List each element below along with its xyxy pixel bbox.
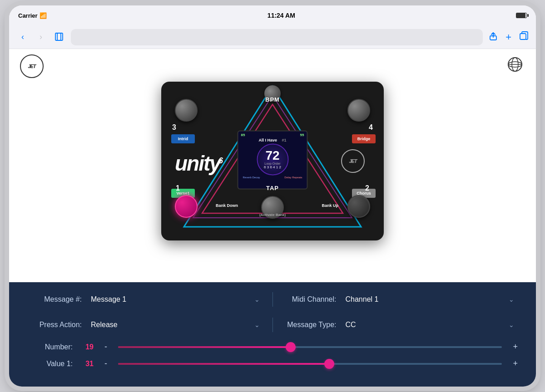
value1-value: 31 — [80, 360, 94, 368]
message-type-label: Message Type: — [282, 321, 337, 329]
new-tab-button[interactable]: + — [505, 31, 511, 43]
activate-bank-label: (Activate Bank) — [259, 213, 286, 217]
footswitch-4[interactable] — [347, 99, 370, 122]
browser-actions: + — [488, 31, 529, 43]
value1-slider-fill — [118, 363, 329, 365]
midi-channel-label: Midi Channel: — [282, 295, 337, 304]
preset-bridge[interactable]: Bridge — [352, 134, 376, 143]
message-type-group: Message Type: CC ⌄ — [282, 317, 518, 333]
pedal-area: JET — [9, 49, 536, 282]
footswitch-1[interactable] — [175, 195, 198, 218]
message-num-chevron: ⌄ — [254, 296, 260, 303]
back-button[interactable]: ‹ — [16, 31, 29, 44]
number-label: Number: — [27, 343, 73, 351]
message-type-value: CC — [346, 321, 356, 329]
message-num-label: Message #: — [27, 295, 82, 304]
message-type-select[interactable]: CC ⌄ — [342, 317, 518, 333]
preset-intrid[interactable]: Intrid — [171, 134, 195, 143]
lcd-song-name: All I Have #1 — [240, 138, 305, 142]
lcd-level-left: 85 — [241, 133, 245, 137]
status-bar: Carrier 📶 11:24 AM — [9, 5, 536, 25]
svg-rect-3 — [520, 34, 526, 39]
press-action-chevron: ⌄ — [254, 321, 260, 328]
pedal-device: BPM 3 4 Intrid Bridge unity6 85 55 — [161, 82, 384, 240]
svg-rect-0 — [55, 33, 61, 40]
wifi-icon: 📶 — [40, 12, 47, 19]
midi-channel-chevron: ⌄ — [509, 296, 514, 303]
battery-icon — [516, 13, 527, 18]
message-type-chevron: ⌄ — [509, 321, 514, 328]
bank-up-label: Bank Up — [322, 203, 338, 208]
value1-slider-thumb[interactable] — [324, 359, 334, 369]
control-row-1: Message #: Message 1 ⌄ Midi Channel: Cha… — [27, 291, 518, 308]
number-slider-track[interactable] — [118, 346, 502, 348]
lcd-header: 85 55 — [240, 133, 305, 137]
jet-logo: JET — [20, 54, 44, 78]
unity-text: unity6 — [175, 151, 222, 176]
number-plus[interactable]: + — [513, 342, 518, 352]
lcd-loop-seq: 6 3 6 4 1 2 — [264, 165, 281, 169]
bookmarks-button[interactable] — [53, 31, 65, 44]
message-num-group: Message #: Message 1 ⌄ — [27, 291, 263, 308]
ipad-frame: Carrier 📶 11:24 AM ‹ › — [9, 5, 536, 387]
press-action-group: Press Action: Release ⌄ — [27, 317, 263, 333]
lcd-bpm-number: 72 — [265, 149, 279, 162]
status-right — [516, 13, 527, 18]
browser-bar: ‹ › + — [9, 25, 536, 49]
forward-button[interactable]: › — [35, 31, 47, 44]
svg-rect-1 — [57, 33, 63, 40]
lcd-display: 85 55 All I Have #1 72 Loop Order 6 3 6 … — [238, 130, 308, 189]
label-3: 3 — [172, 123, 176, 132]
number-slider-thumb[interactable] — [286, 342, 296, 352]
main-content: JET — [9, 49, 536, 387]
divider-2 — [272, 318, 273, 332]
message-num-select[interactable]: Message 1 ⌄ — [87, 291, 263, 308]
lcd-level-right: 55 — [300, 133, 304, 137]
label-1: 1 — [176, 184, 180, 192]
footswitch-2[interactable] — [347, 195, 370, 218]
control-row-2: Press Action: Release ⌄ Message Type: CC… — [27, 317, 518, 333]
label-2: 2 — [365, 184, 369, 192]
value1-plus[interactable]: + — [513, 359, 518, 368]
share-button[interactable] — [488, 31, 498, 43]
lcd-loop-order: Loop Order — [264, 162, 280, 165]
number-slider-fill — [118, 346, 291, 348]
footswitch-3[interactable] — [175, 99, 198, 122]
status-left: Carrier 📶 — [18, 12, 47, 19]
value1-slider-row: Value 1: 31 - + — [27, 359, 518, 368]
press-action-label: Press Action: — [27, 321, 82, 329]
lcd-bpm-circle: 72 Loop Order 6 3 6 4 1 2 — [257, 143, 288, 175]
press-action-select[interactable]: Release ⌄ — [87, 317, 263, 333]
lcd-reverb-label: Reverb Decay — [243, 176, 260, 179]
bank-down-label: Bank Down — [216, 203, 238, 208]
page-header: JET — [9, 54, 536, 78]
bpm-label: BPM — [265, 96, 280, 103]
midi-channel-group: Midi Channel: Channel 1 ⌄ — [282, 291, 518, 308]
divider-1 — [272, 292, 273, 307]
time-display: 11:24 AM — [268, 12, 295, 19]
press-action-value: Release — [91, 321, 118, 329]
number-slider-row: Number: 19 - + — [27, 342, 518, 352]
midi-channel-value: Channel 1 — [346, 295, 379, 304]
battery-fill — [516, 13, 525, 18]
settings-button[interactable] — [505, 54, 525, 74]
jet-logo-pedal: JET — [341, 149, 365, 173]
value1-minus[interactable]: - — [104, 359, 107, 368]
value1-label: Value 1: — [27, 360, 73, 368]
message-num-value: Message 1 — [91, 295, 126, 304]
address-bar[interactable] — [71, 29, 483, 45]
tabs-button[interactable] — [519, 31, 529, 43]
midi-channel-select[interactable]: Channel 1 ⌄ — [342, 291, 518, 308]
control-panel: Message #: Message 1 ⌄ Midi Channel: Cha… — [9, 282, 536, 387]
tap-label: TAP — [266, 185, 279, 191]
lcd-delay-label: Delay Repeats — [284, 176, 302, 179]
bookmarks-icon — [54, 32, 64, 42]
value1-slider-track[interactable] — [118, 363, 502, 365]
label-4: 4 — [369, 123, 373, 132]
carrier-label: Carrier — [18, 12, 38, 19]
number-value: 19 — [80, 343, 94, 351]
number-minus[interactable]: - — [104, 342, 107, 352]
